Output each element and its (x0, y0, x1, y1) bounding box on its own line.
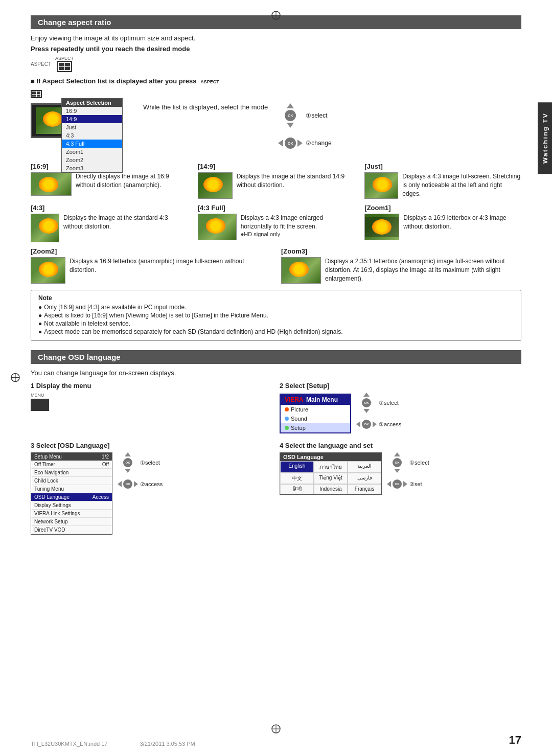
ok-change-button[interactable]: OK (278, 131, 303, 155)
lang-farsi: فارسی (348, 473, 381, 484)
osd-step2: 2 Select [Setup] VIERA Main Menu Picture… (280, 382, 521, 434)
main-menu-title: VIERA Main Menu (281, 395, 350, 405)
setup-item-vieralink: VIERA Link Settings (31, 510, 112, 518)
mode-43full: [4:3 Full] Displays a 4:3 image enlarged… (198, 204, 355, 242)
lang-indonesia: Indonesia (314, 484, 348, 494)
mode-149: [14:9] Displays the image at the standar… (198, 163, 355, 199)
mode-just-desc: Displays a 4:3 image full-screen. Stretc… (402, 172, 521, 198)
setup-menu-title: Setup Menu 1/2 (31, 453, 112, 461)
change-aspect-section: Change aspect ratio Enjoy viewing the im… (31, 15, 521, 341)
aspect-menu-item-zoom1: Zoom1 (62, 148, 122, 156)
select-label: ①select (306, 112, 327, 119)
step4-ok-nav[interactable]: OK (387, 452, 407, 473)
step3-ok-nav[interactable]: OK (118, 452, 138, 473)
osd-step3-label: 3 Select [OSD Language] (31, 442, 272, 449)
note-item-2: ● Aspect is fixed to [16:9] when [Viewin… (38, 312, 514, 319)
osd-desc: You can change language for on-screen di… (31, 369, 521, 377)
step2-select-label: ①select (379, 400, 399, 406)
mode-149-label: [14:9] (198, 163, 355, 170)
mode-169-desc: Directly displays the image at 16:9 with… (76, 172, 188, 190)
mode-43full-desc: Displays a 4:3 image enlarged horizontal… (241, 214, 355, 231)
mode-zoom1: [Zoom1] Displays a 16:9 letterbox or 4:3… (364, 204, 521, 242)
sound-icon (285, 417, 289, 421)
mode-zoom3-image (281, 257, 321, 284)
while-list-text: While the list is displayed, select the … (143, 103, 268, 111)
mode-43: [4:3] Displays the image at the standard… (31, 204, 188, 242)
step2-ok-access[interactable]: OK (356, 414, 377, 434)
picture-icon (285, 407, 289, 411)
aspect-label-text: ASPECT (31, 61, 51, 67)
osd-lang-title: OSD Language (280, 453, 381, 461)
step3-ok-access[interactable]: OK (118, 474, 138, 494)
aspect-menu-item-43full: 4:3 Full (62, 140, 122, 148)
aspect-icon: ASPECT (55, 56, 74, 72)
mode-43full-image (198, 214, 237, 240)
step4-content: OSD Language English ภาษาไทย العربية 中文 … (280, 452, 521, 495)
ok-nav-button[interactable]: OK (278, 103, 303, 128)
menu-button[interactable] (31, 399, 49, 411)
lang-arabic: العربية (348, 461, 381, 473)
aspect-menu-title: Aspect Selection (62, 99, 122, 107)
note-item-4: ● Aspect mode can be memorised separatel… (38, 328, 514, 335)
top-compass (271, 10, 281, 22)
mode-zoom3: [Zoom3] Displays a 2.35:1 letterbox (ana… (281, 247, 521, 284)
setup-menu-box: Setup Menu 1/2 Off TimerOff Eco Navigati… (31, 452, 112, 535)
step2-content: VIERA Main Menu Picture Sound Setup (280, 393, 521, 434)
main-menu-picture: Picture (281, 405, 350, 414)
aspect-menu-item-169: 16:9 (62, 107, 122, 115)
change-label: ②change (306, 140, 331, 147)
mode-zoom2-desc: Displays a 16:9 letterbox (anamorphic) i… (70, 257, 271, 274)
main-menu-box: VIERA Main Menu Picture Sound Setup (280, 394, 351, 433)
note-title: Note (38, 294, 514, 302)
osd-step2-label: 2 Select [Setup] (280, 382, 521, 390)
aspect-modes-grid: [16:9] Directly displays the image at 16… (31, 163, 521, 242)
lang-chinese: 中文 (280, 473, 314, 484)
mode-149-desc: Displays the image at the standard 14:9 … (237, 172, 355, 190)
aspect-menu-item-149: 14:9 (62, 115, 122, 123)
setup-item-osd: OSD LanguageAccess (31, 493, 112, 501)
note-box: Note ● Only [16:9] and [4:3] are availab… (31, 290, 521, 341)
section-header-osd: Change OSD language (31, 350, 521, 364)
step4-select-label: ①select (409, 460, 429, 466)
step4-ok-set[interactable]: OK (387, 474, 407, 494)
setup-item-display: Display Settings (31, 501, 112, 510)
mode-zoom1-desc: Displays a 16:9 letterbox or 4:3 image w… (403, 214, 521, 231)
lang-francais: Français (348, 484, 381, 494)
setup-item-eco: Eco Navigation (31, 469, 112, 477)
osd-step1-label: 1 Display the menu (31, 382, 272, 390)
step3-nav: OK ①select OK ②access (118, 452, 163, 494)
aspect-menu-item-zoom2: Zoom2 (62, 156, 122, 164)
aspect-subtitle: Enjoy viewing the image at its optimum s… (31, 34, 521, 42)
setup-item-child: Child Lock (31, 477, 112, 485)
menu-label-text: MENU (31, 393, 44, 398)
lang-vietnamese: Tiếng Việt (314, 473, 348, 484)
mode-43full-note: ●HD signal only (241, 231, 355, 237)
mode-just-label: [Just] (364, 163, 521, 170)
mode-zoom3-label: [Zoom3] (281, 247, 521, 255)
mode-43-image (31, 214, 59, 242)
step2-ok-nav[interactable]: OK (356, 393, 377, 413)
step4-nav: OK ①select OK ②set (387, 452, 429, 494)
aspect-menu-overlay: Aspect Selection 16:9 14:9 Just 4:3 4:3 … (61, 98, 123, 173)
nav-controls: OK ①select OK ②change (278, 103, 331, 155)
bottom-compass (271, 724, 281, 736)
step3-select-label: ①select (140, 460, 160, 466)
mode-just-image (364, 172, 398, 199)
note-item-1: ● Only [16:9] and [4:3] are available in… (38, 304, 514, 311)
footer: TH_L32U30KMTX_EN.indd 17 3/21/2011 3:05:… (31, 741, 195, 747)
lang-thai: ภาษาไทย (314, 461, 348, 473)
setup-item-network: Network Setup (31, 518, 112, 526)
mode-zoom2: [Zoom2] Displays a 16:9 letterbox (anamo… (31, 247, 271, 284)
mode-169-image (31, 172, 72, 196)
note-item-3: ● Not available in teletext service. (38, 320, 514, 327)
osd-lang-box: OSD Language English ภาษาไทย العربية 中文 … (280, 452, 382, 495)
watching-tv-sidebar: Watching TV (538, 102, 552, 174)
aspect-diagram-row: Aspect Selection 16:9 14:9 Just 4:3 4:3 … (31, 103, 521, 155)
setup-item-direcvod: DirecTV VOD (31, 526, 112, 534)
setup-item-offtimer: Off TimerOff (31, 461, 112, 469)
osd-step4: 4 Select the language and set OSD Langua… (280, 442, 521, 535)
mode-149-image (198, 172, 233, 199)
step4-set-label: ②set (409, 481, 422, 488)
step2-access-label: ②access (379, 421, 401, 428)
mode-43-label: [4:3] (31, 204, 188, 212)
